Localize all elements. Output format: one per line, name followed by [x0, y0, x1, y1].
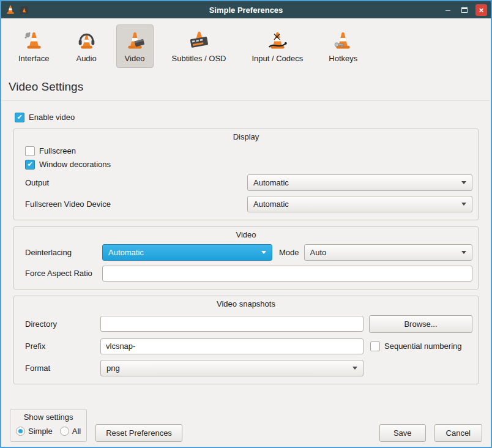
toolbar-label: Interface: [18, 54, 50, 63]
force-aspect-ratio-input[interactable]: [102, 266, 472, 282]
footer: Show settings Simple All Reset Preferenc…: [10, 409, 482, 442]
toolbar-item-input-codecs[interactable]: Input / Codecs: [244, 24, 310, 68]
output-dropdown[interactable]: Automatic: [247, 174, 472, 191]
maximize-button[interactable]: [459, 4, 470, 16]
format-dropdown[interactable]: png: [100, 360, 363, 376]
chevron-down-icon: [261, 251, 266, 254]
prefix-input[interactable]: [100, 338, 363, 354]
chevron-down-icon: [352, 367, 357, 370]
checkbox-icon: ✔: [370, 342, 380, 351]
video-icon: [124, 29, 146, 52]
window-title: Simple Preferences: [1, 6, 491, 15]
maximize-icon: [461, 7, 468, 13]
chevron-down-icon: [461, 181, 466, 184]
all-radio-label: All: [72, 427, 81, 436]
fullscreen-video-device-dropdown[interactable]: Automatic: [247, 196, 472, 212]
hotkeys-icon: [332, 29, 354, 52]
toolbar-item-hotkeys[interactable]: Hotkeys: [321, 24, 365, 68]
toolbar-item-interface[interactable]: Interface: [11, 24, 57, 68]
chevron-down-icon: [461, 251, 466, 254]
toolbar-item-audio[interactable]: Audio: [68, 24, 105, 68]
preferences-toolbar: Interface Audio Vid: [1, 18, 491, 72]
enable-video-checkbox[interactable]: ✔ Enable video: [15, 113, 75, 122]
window-decorations-checkbox[interactable]: ✔ Window decorations: [25, 160, 111, 170]
input-codecs-icon: [266, 29, 289, 52]
directory-label: Directory: [25, 319, 100, 329]
checkbox-icon: ✔: [25, 160, 35, 170]
cancel-button[interactable]: Cancel: [434, 424, 482, 442]
toolbar-label: Input / Codecs: [252, 54, 303, 63]
sequential-numbering-checkbox[interactable]: ✔ Sequential numbering: [370, 342, 461, 351]
checkbox-icon: ✔: [15, 113, 24, 122]
fullscreen-checkbox[interactable]: ✔ Fullscreen: [25, 146, 76, 156]
sequential-numbering-label: Sequential numbering: [384, 342, 461, 351]
format-label: Format: [25, 364, 100, 373]
minimize-button[interactable]: –: [442, 4, 453, 16]
window-decorations-label: Window decorations: [39, 160, 111, 169]
subtitles-osd-icon: [188, 29, 211, 52]
toolbar-label: Hotkeys: [329, 54, 357, 63]
app-menu-icon[interactable]: [20, 6, 29, 15]
video-group-title: Video: [20, 230, 472, 241]
display-group-title: Display: [20, 132, 472, 143]
force-aspect-ratio-label: Force Aspect Ratio: [25, 269, 102, 278]
video-snapshots-group-title: Video snapshots: [20, 299, 472, 310]
deinterlacing-label: Deinterlacing: [25, 248, 102, 257]
fullscreen-label: Fullscreen: [39, 146, 76, 155]
enable-video-label: Enable video: [29, 113, 75, 122]
toolbar-label: Subtitles / OSD: [172, 54, 226, 63]
titlebar[interactable]: Simple Preferences – ×: [1, 1, 491, 18]
close-button[interactable]: ×: [475, 4, 487, 16]
directory-input[interactable]: [100, 316, 363, 332]
checkbox-icon: ✔: [25, 146, 35, 156]
show-settings-all-radio[interactable]: All: [60, 427, 81, 436]
toolbar-item-subtitles-osd[interactable]: Subtitles / OSD: [165, 24, 234, 68]
audio-icon: [75, 29, 98, 52]
simple-radio-label: Simple: [28, 427, 53, 436]
deinterlace-mode-dropdown[interactable]: Auto: [304, 244, 472, 261]
interface-icon: [23, 29, 45, 52]
mode-label: Mode: [279, 248, 299, 257]
preferences-window: Simple Preferences – × Interface: [0, 0, 492, 448]
toolbar-label: Video: [125, 54, 145, 63]
video-group: Video Deinterlacing Automatic Mode Auto …: [13, 226, 479, 289]
video-snapshots-group: Video snapshots Directory Browse... Pref…: [13, 296, 479, 384]
chevron-down-icon: [461, 203, 466, 206]
browse-button[interactable]: Browse...: [369, 315, 472, 333]
radio-icon: [60, 427, 69, 436]
show-settings-group: Show settings Simple All: [10, 409, 87, 442]
output-label: Output: [25, 178, 247, 187]
show-settings-title: Show settings: [16, 412, 81, 422]
fullscreen-video-device-label: Fullscreen Video Device: [25, 200, 247, 209]
deinterlacing-dropdown[interactable]: Automatic: [102, 244, 272, 261]
reset-preferences-button[interactable]: Reset Preferences: [95, 424, 182, 442]
page-title: Video Settings: [9, 79, 491, 95]
radio-icon: [16, 427, 25, 436]
show-settings-simple-radio[interactable]: Simple: [16, 427, 53, 436]
prefix-label: Prefix: [25, 342, 100, 351]
display-group: Display ✔ Fullscreen ✔ Window decoration…: [13, 129, 479, 220]
toolbar-label: Audio: [76, 54, 96, 63]
heading-separator: [2, 100, 490, 101]
toolbar-item-video[interactable]: Video: [116, 24, 154, 68]
vlc-cone-icon: [5, 4, 16, 15]
save-button[interactable]: Save: [379, 424, 426, 442]
